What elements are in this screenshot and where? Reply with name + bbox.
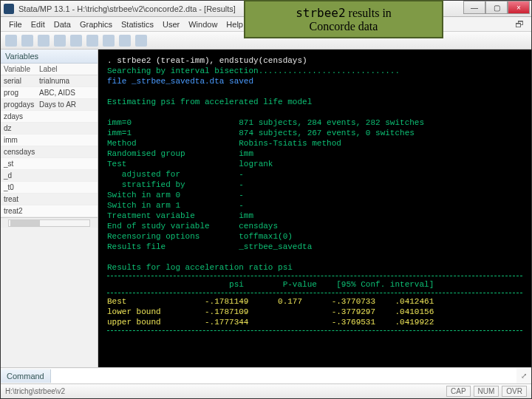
results-lower: lower bound -.1787109 -.3779297 .0410156 bbox=[107, 307, 522, 317]
view-icon[interactable] bbox=[70, 35, 82, 47]
results-adjfor: adjusted for - bbox=[107, 169, 522, 180]
do-icon[interactable] bbox=[103, 35, 115, 47]
graph-icon[interactable] bbox=[86, 35, 98, 47]
variables-panel: Variable Label serialtrialnuma progABC, … bbox=[1, 64, 98, 217]
browse-icon[interactable] bbox=[135, 35, 147, 47]
results-treatvar: Treatment variable imm bbox=[107, 211, 522, 221]
overlay-line1: strbee2 results in bbox=[296, 6, 392, 20]
maximize-button[interactable]: ▢ bbox=[485, 1, 508, 14]
print-icon[interactable] bbox=[38, 35, 50, 47]
var-row[interactable]: zdays bbox=[1, 111, 98, 123]
results-test: Test logrank bbox=[107, 159, 522, 169]
divider bbox=[107, 293, 522, 293]
open-icon[interactable] bbox=[5, 35, 17, 47]
results-saved: file _strbee_savedta.dta saved bbox=[107, 76, 522, 86]
overlay-rest: results in bbox=[346, 7, 392, 19]
menu-graphics[interactable]: Graphics bbox=[76, 18, 116, 30]
overlay-line2: Concorde data bbox=[310, 20, 378, 33]
status-indicators: CAP NUM OVR bbox=[446, 386, 527, 397]
variables-panel-title: Variables bbox=[1, 50, 98, 64]
sidebar-scrollbar[interactable] bbox=[1, 217, 98, 228]
indicator-num: NUM bbox=[474, 386, 499, 397]
statusbar: H:\trichg\strbee\v2 CAP NUM OVR bbox=[1, 383, 531, 398]
menu-window[interactable]: Window bbox=[185, 18, 221, 30]
var-row[interactable]: _d bbox=[1, 170, 98, 182]
results-heading: Estimating psi from accelerated life mod… bbox=[107, 97, 522, 107]
command-input[interactable] bbox=[51, 369, 516, 383]
var-row[interactable]: treat2 bbox=[1, 205, 98, 217]
app-icon bbox=[4, 4, 14, 14]
menu-edit[interactable]: Edit bbox=[27, 18, 49, 30]
var-row[interactable]: dz bbox=[1, 123, 98, 134]
var-row[interactable]: censdays bbox=[1, 146, 98, 158]
close-button[interactable]: × bbox=[508, 1, 530, 14]
command-area: Command ⤢ bbox=[1, 367, 531, 383]
var-row[interactable]: serialtrialnuma bbox=[1, 75, 98, 87]
indicator-cap: CAP bbox=[446, 386, 471, 397]
results-recensor: Recensoring options toffmax1(0) bbox=[107, 231, 522, 242]
menu-file[interactable]: File bbox=[5, 18, 26, 30]
slide-title-overlay: strbee2 results in Concorde data bbox=[244, 0, 443, 38]
results-stratby: stratified by - bbox=[107, 180, 522, 190]
overlay-code: strbee2 bbox=[296, 6, 345, 20]
var-row[interactable]: imm bbox=[1, 134, 98, 146]
results-sw1: Switch in arm 1 - bbox=[107, 200, 522, 211]
menu-data[interactable]: Data bbox=[50, 18, 75, 30]
var-row[interactable]: _st bbox=[1, 158, 98, 170]
results-method: Method Robins-Tsiatis method bbox=[107, 138, 522, 149]
results-search: Searching by interval bisection.........… bbox=[107, 66, 522, 76]
var-row[interactable]: progABC, AIDS bbox=[1, 87, 98, 99]
results-pane[interactable]: . strbee2 (treat-imm), endstudy(censdays… bbox=[98, 50, 531, 367]
command-label: Command bbox=[1, 369, 51, 383]
divider bbox=[107, 330, 522, 331]
log-icon[interactable] bbox=[54, 35, 66, 47]
col-variable: Variable bbox=[4, 65, 39, 73]
menu-statistics[interactable]: Statistics bbox=[117, 18, 157, 30]
status-path: H:\trichg\strbee\v2 bbox=[5, 387, 446, 395]
editor-icon[interactable] bbox=[119, 35, 131, 47]
mdi-restore-icon[interactable]: 🗗 bbox=[512, 19, 527, 30]
save-icon[interactable] bbox=[21, 35, 33, 47]
results-best: Best -.1781149 0.177 -.3770733 .0412461 bbox=[107, 296, 522, 307]
variables-header: Variable Label bbox=[1, 64, 98, 75]
menu-user[interactable]: User bbox=[159, 18, 183, 30]
results-resfile: Results file _strbee_savedta bbox=[107, 242, 522, 252]
pin-icon[interactable]: ⤢ bbox=[516, 372, 531, 380]
var-row[interactable]: treat bbox=[1, 194, 98, 205]
results-randgrp: Randomised group imm bbox=[107, 149, 522, 159]
sidebar: Variables Variable Label serialtrialnuma… bbox=[1, 50, 98, 367]
results-sw0: Switch in arm 0 - bbox=[107, 190, 522, 200]
main-area: Variables Variable Label serialtrialnuma… bbox=[1, 50, 531, 367]
results-imm1: imm=1 874 subjects, 267 events, 0 switch… bbox=[107, 128, 522, 138]
var-row[interactable]: _t0 bbox=[1, 182, 98, 194]
app-window: strbee2 results in Concorde data Stata/M… bbox=[0, 0, 532, 399]
divider bbox=[107, 276, 522, 276]
results-endstudy: End of study variable censdays bbox=[107, 221, 522, 231]
window-title: Stata/MP 13.1 - H:\trichg\strbee\v2\conc… bbox=[18, 4, 236, 13]
minimize-button[interactable]: — bbox=[463, 1, 485, 14]
results-tablehdr: Results for log acceleration ratio psi bbox=[107, 262, 522, 273]
results-command: . strbee2 (treat-imm), endstudy(censdays… bbox=[107, 55, 522, 66]
var-row[interactable]: progdaysDays to AR bbox=[1, 99, 98, 111]
indicator-ovr: OVR bbox=[502, 386, 527, 397]
results-cols: psi P-value [95% Conf. interval] bbox=[107, 279, 522, 290]
window-controls: — ▢ × bbox=[463, 1, 530, 14]
col-label: Label bbox=[39, 65, 95, 73]
results-upper: upper bound -.1777344 -.3769531 .0419922 bbox=[107, 317, 522, 327]
results-imm0: imm=0 871 subjects, 284 events, 282 swit… bbox=[107, 117, 522, 128]
